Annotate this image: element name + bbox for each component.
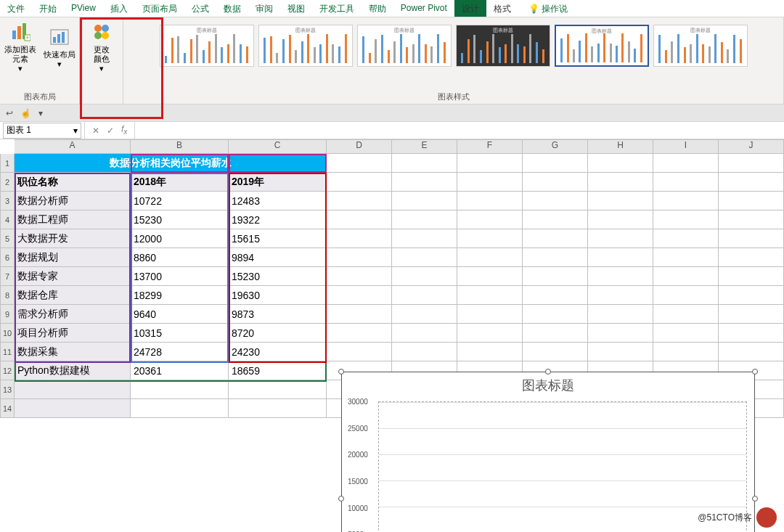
cell[interactable] [588,343,653,361]
cell[interactable]: 8860 [131,248,229,267]
cell[interactable] [457,343,523,361]
cell[interactable] [523,286,588,305]
cell[interactable] [327,173,392,192]
row-header[interactable]: 11 [0,343,15,361]
touch-mode-icon[interactable]: ☝ [20,108,31,118]
column-header[interactable]: B [131,139,229,154]
cell[interactable] [719,305,784,324]
row-header[interactable]: 10 [0,324,15,343]
cell[interactable] [392,248,457,267]
row-header[interactable]: 4 [0,210,15,229]
cell[interactable] [457,305,523,324]
chart-style-thumb[interactable]: 图表标题 [653,25,748,67]
resize-handle[interactable] [338,496,344,502]
column-header[interactable]: D [327,139,392,154]
cell[interactable] [653,210,719,229]
cell[interactable]: 18299 [131,286,229,305]
cell[interactable] [457,210,523,229]
cell[interactable] [719,154,784,173]
cell[interactable]: 13700 [131,267,229,286]
table-header-cell[interactable]: 职位名称 [15,173,131,192]
row-header[interactable]: 13 [0,380,15,399]
chart-style-thumb[interactable]: 图表标题 [357,25,452,67]
cell[interactable]: 8720 [229,324,327,343]
cell[interactable]: 9640 [131,305,229,324]
row-header[interactable]: 7 [0,267,15,286]
cell[interactable]: 需求分析师 [15,305,131,324]
cell[interactable] [327,267,392,286]
cell[interactable] [588,286,653,305]
cell[interactable] [327,229,392,248]
cell[interactable] [457,154,523,173]
cell[interactable] [653,248,719,267]
table-header-cell[interactable]: 2018年 [131,173,229,192]
row-header[interactable]: 5 [0,229,15,248]
cell[interactable] [653,267,719,286]
cell[interactable] [523,210,588,229]
cell[interactable] [131,380,229,399]
column-header[interactable]: H [588,139,653,154]
ribbon-tab-插入[interactable]: 插入 [103,0,135,17]
cell[interactable]: 10315 [131,324,229,343]
cell[interactable] [327,210,392,229]
column-header[interactable]: J [719,139,784,154]
ribbon-tab-页面布局[interactable]: 页面布局 [135,0,184,17]
cell[interactable] [523,305,588,324]
cell[interactable] [523,173,588,192]
resize-handle[interactable] [545,369,551,375]
chart-styles-gallery[interactable]: 图表标题图表标题图表标题图表标题图表标题图表标题 [154,20,754,90]
cell[interactable] [523,343,588,361]
cell[interactable] [719,267,784,286]
cell[interactable] [523,154,588,173]
ribbon-tab-PView[interactable]: PView [64,0,103,17]
cell[interactable] [588,210,653,229]
cell[interactable] [719,286,784,305]
cell[interactable]: 20361 [131,361,229,380]
tell-me[interactable]: 💡 操作说 [521,0,575,17]
cell[interactable] [719,192,784,210]
cell[interactable]: 数据仓库 [15,286,131,305]
ribbon-tab-帮助[interactable]: 帮助 [362,0,393,17]
change-colors-button[interactable]: 更改 颜色 ▾ [83,20,120,73]
cell[interactable] [392,286,457,305]
cell[interactable] [457,192,523,210]
row-header[interactable]: 14 [0,399,15,418]
cell[interactable] [131,399,229,418]
ribbon-tab-审阅[interactable]: 审阅 [248,0,280,17]
cell[interactable] [653,154,719,173]
column-header[interactable]: I [653,139,719,154]
cell[interactable] [588,192,653,210]
cell[interactable] [653,324,719,343]
column-header[interactable]: F [457,139,523,154]
cell[interactable] [588,305,653,324]
fx-icon[interactable]: fx [121,124,127,136]
cell[interactable]: 12483 [229,192,327,210]
cell[interactable] [457,229,523,248]
cell[interactable]: 24230 [229,343,327,361]
cell[interactable]: 数据专家 [15,267,131,286]
cell[interactable]: 19630 [229,286,327,305]
ribbon-tab-文件[interactable]: 文件 [0,0,32,17]
cell[interactable] [719,173,784,192]
cell[interactable] [392,324,457,343]
cell[interactable] [457,324,523,343]
cell[interactable] [588,324,653,343]
qat-more-icon[interactable]: ▾ [38,108,43,118]
column-header[interactable]: A [15,139,131,154]
cell[interactable]: 9873 [229,305,327,324]
cell[interactable] [327,248,392,267]
cell[interactable]: 10722 [131,192,229,210]
cell[interactable] [523,267,588,286]
cell[interactable] [653,229,719,248]
cell[interactable] [457,286,523,305]
cell[interactable] [457,173,523,192]
cell[interactable]: 大数据开发 [15,229,131,248]
chart-style-thumb[interactable]: 图表标题 [456,25,550,67]
cell[interactable] [523,229,588,248]
cell[interactable]: 数据采集 [15,343,131,361]
cell[interactable]: 15615 [229,229,327,248]
cell[interactable] [653,192,719,210]
cell[interactable] [392,192,457,210]
cell[interactable] [719,324,784,343]
cell[interactable] [327,305,392,324]
